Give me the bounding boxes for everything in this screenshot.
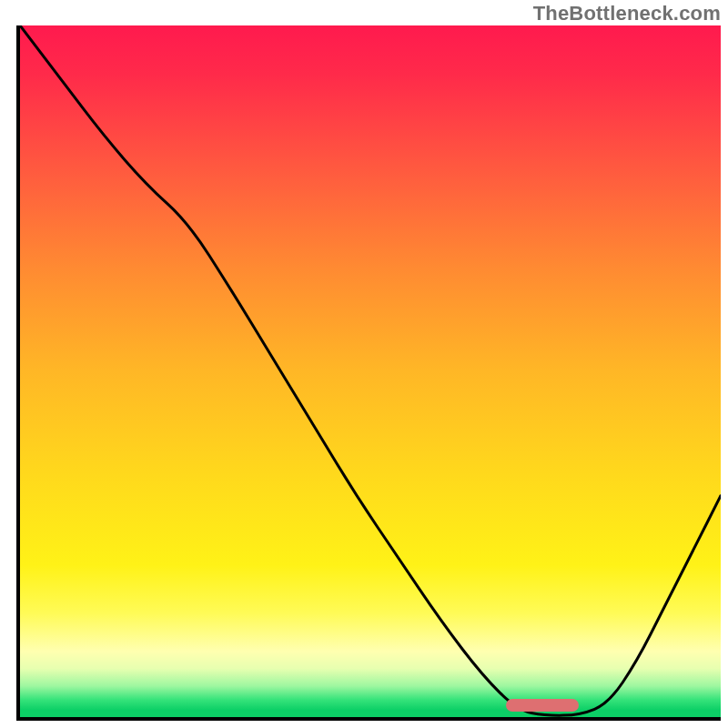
chart-plot-area xyxy=(16,25,721,721)
bottleneck-curve xyxy=(20,25,721,717)
optimal-range-marker xyxy=(506,699,580,712)
attribution-text: TheBottleneck.com xyxy=(533,2,721,25)
